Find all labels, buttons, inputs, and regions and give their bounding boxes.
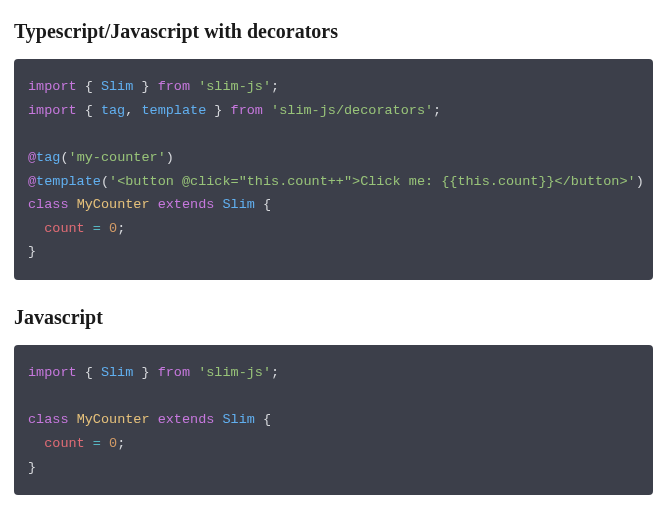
code-token: )	[636, 174, 644, 189]
code-token: ;	[271, 79, 279, 94]
code-token: 'my-counter'	[69, 150, 166, 165]
code-block-js: import { Slim } from 'slim-js'; class My…	[14, 345, 653, 495]
code-token: from	[158, 365, 190, 380]
code-token: Slim	[101, 365, 133, 380]
code-token: )	[166, 150, 174, 165]
code-token: ;	[433, 103, 441, 118]
code-token: MyCounter	[77, 197, 150, 212]
code-token: {	[85, 365, 101, 380]
code-token: 'slim-js/decorators'	[271, 103, 433, 118]
code-token: import	[28, 79, 77, 94]
section-heading-ts: Typescript/Javascript with decorators	[14, 20, 653, 43]
code-token: tag	[36, 150, 60, 165]
code-token: MyCounter	[77, 412, 150, 427]
code-token: Slim	[222, 197, 254, 212]
code-token: from	[231, 103, 263, 118]
code-token: }	[28, 460, 36, 475]
code-token: class	[28, 412, 69, 427]
code-token: Slim	[222, 412, 254, 427]
code-token: ;	[117, 221, 125, 236]
code-token: class	[28, 197, 69, 212]
code-token: 'slim-js'	[198, 79, 271, 94]
code-token: @	[28, 174, 36, 189]
code-token: {	[85, 79, 101, 94]
code-token: ;	[271, 365, 279, 380]
code-token: import	[28, 103, 77, 118]
code-token: {	[263, 197, 271, 212]
code-token: =	[93, 436, 101, 451]
code-token: }	[133, 79, 149, 94]
code-token: '<button @click="this.count++">Click me:…	[109, 174, 636, 189]
code-token: count	[44, 436, 85, 451]
code-token: ,	[125, 103, 141, 118]
code-token: template	[141, 103, 206, 118]
code-token: 0	[109, 436, 117, 451]
code-token: =	[93, 221, 101, 236]
code-token: 0	[109, 221, 117, 236]
code-token: (	[60, 150, 68, 165]
code-token: {	[85, 103, 101, 118]
code-token: }	[206, 103, 222, 118]
section-heading-js: Javascript	[14, 306, 653, 329]
code-token: extends	[158, 412, 215, 427]
code-token: {	[263, 412, 271, 427]
code-token: count	[44, 221, 85, 236]
code-token: }	[28, 244, 36, 259]
code-block-ts: import { Slim } from 'slim-js'; import {…	[14, 59, 653, 280]
code-token: }	[133, 365, 149, 380]
code-token: template	[36, 174, 101, 189]
code-token: @	[28, 150, 36, 165]
code-token: extends	[158, 197, 215, 212]
code-token: ;	[117, 436, 125, 451]
code-token: from	[158, 79, 190, 94]
code-token: 'slim-js'	[198, 365, 271, 380]
code-token: Slim	[101, 79, 133, 94]
code-token: (	[101, 174, 109, 189]
code-token: tag	[101, 103, 125, 118]
code-token: import	[28, 365, 77, 380]
